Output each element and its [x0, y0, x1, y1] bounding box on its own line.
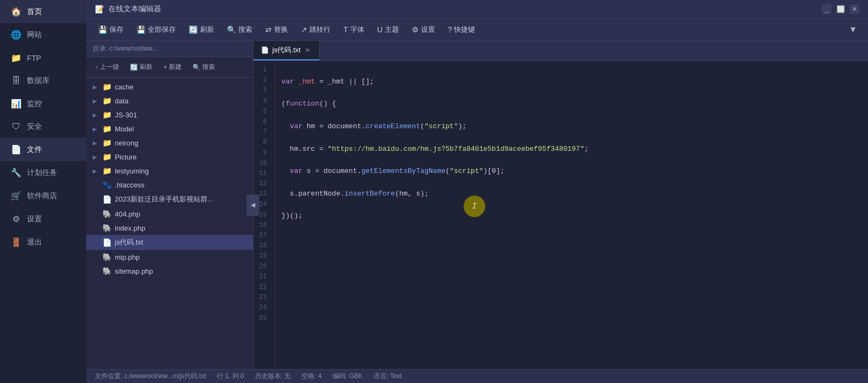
sidebar-item-home[interactable]: 🏠 首页 — [0, 0, 86, 23]
file-name: js代码.txt — [115, 238, 143, 247]
save-icon: 💾 — [98, 25, 107, 34]
tab-js-code[interactable]: 📄 js代码.txt ✕ — [253, 41, 320, 60]
file-refresh-icon: 🔄 — [130, 64, 138, 71]
code-line-10 — [281, 278, 868, 289]
php-file-icon: 🐘 — [102, 210, 112, 218]
folder-icon: 📁 — [102, 96, 112, 105]
editor-area: 📄 js代码.txt ✕ 1 2 3 4 5 6 7 8 — [253, 41, 868, 369]
sidebar-item-settings[interactable]: ⚙ 设置 — [0, 207, 86, 231]
position-status: 行 1, 列 0 — [217, 372, 244, 381]
theme-button[interactable]: U 主题 — [372, 22, 404, 37]
search-button[interactable]: 🔍 搜索 — [222, 22, 258, 37]
editor-window: 📝 在线文本编辑器 _ ⬜ ✕ 💾 保存 💾 全部保存 🔄 刷新 — [86, 0, 868, 383]
code-line-13 — [281, 345, 868, 357]
refresh-button[interactable]: 🔄 刷新 — [183, 22, 219, 37]
list-item[interactable]: 🐾 .htaccess — [86, 178, 253, 192]
store-icon: 🛒 — [11, 191, 22, 201]
list-item[interactable]: 🐘 mip.php — [86, 250, 253, 264]
file-name: JS-301 — [115, 111, 137, 119]
code-line-1: var _hmt = _hmt || []; — [281, 76, 868, 88]
encoding-status: 编码: GBK — [333, 372, 363, 381]
list-item[interactable]: ▶ 📁 neirong — [86, 136, 253, 150]
tab-close-button[interactable]: ✕ — [304, 46, 312, 54]
minimize-button[interactable]: _ — [822, 4, 831, 14]
sidebar-item-monitor[interactable]: 📊 监控 — [0, 92, 86, 115]
sidebar-item-store[interactable]: 🛒 软件商店 — [0, 184, 86, 207]
font-icon: T — [343, 25, 348, 34]
maximize-button[interactable]: ⬜ — [836, 4, 845, 14]
font-button[interactable]: T 字体 — [338, 22, 370, 37]
title-bar: 📝 在线文本编辑器 _ ⬜ ✕ — [86, 0, 868, 19]
list-item[interactable]: 🐘 404.php — [86, 207, 253, 221]
sidebar-item-security[interactable]: 🛡 安全 — [0, 115, 86, 138]
sidebar-item-files[interactable]: 📄 文件 — [0, 138, 86, 161]
new-icon: + — [163, 64, 167, 71]
code-line-8 — [281, 233, 868, 245]
website-icon: 🌐 — [11, 30, 22, 40]
list-item[interactable]: ▶ 📁 Picture — [86, 150, 253, 164]
hotkeys-button[interactable]: ? 快捷键 — [443, 22, 481, 37]
file-name: Picture — [115, 153, 136, 161]
code-line-11 — [281, 301, 868, 312]
sidebar-item-database[interactable]: 🗄 数据库 — [0, 69, 86, 92]
editor-title-icon: 📝 — [95, 5, 104, 13]
file-name: cache — [115, 83, 134, 91]
code-text[interactable]: var _hmt = _hmt || []; (function() { var… — [275, 61, 868, 369]
history-status: 历史版本: 无 — [255, 372, 291, 381]
list-item[interactable]: ▶ 📁 JS-301 — [86, 108, 253, 122]
settings-btn-icon: ⚙ — [412, 25, 419, 34]
folder-icon: 📁 — [102, 138, 112, 147]
language-status: 语言: Text — [374, 372, 402, 381]
sidebar-item-tasks[interactable]: 🔧 计划任务 — [0, 161, 86, 184]
chevron-right-icon: ▶ — [93, 168, 99, 174]
code-line-3: var hm = document.createElement("script"… — [281, 121, 868, 133]
list-item[interactable]: ▶ 📁 data — [86, 94, 253, 108]
file-search-button[interactable]: 🔍 搜索 — [188, 60, 219, 74]
new-file-button[interactable]: + 新建 — [159, 60, 186, 74]
refresh-icon: 🔄 — [189, 25, 198, 34]
folder-icon: 📁 — [102, 82, 112, 91]
close-button[interactable]: ✕ — [850, 4, 859, 14]
goto-icon: ↗ — [301, 25, 307, 34]
status-bar: 文件位置: c:/wwwroot/ww...m/js代码.txt 行 1, 列 … — [86, 369, 868, 383]
settings-button[interactable]: ⚙ 设置 — [407, 22, 440, 37]
settings-icon: ⚙ — [11, 214, 22, 224]
list-item[interactable]: 📄 2023新款泛目录手机影视站群... — [86, 192, 253, 207]
logout-icon: 🚪 — [11, 237, 22, 247]
list-item[interactable]: ▶ 📁 cache — [86, 80, 253, 94]
editor-tabs: 📄 js代码.txt ✕ — [253, 41, 868, 61]
code-line-9 — [281, 256, 868, 267]
tab-label: js代码.txt — [272, 45, 301, 55]
chevron-right-icon: ▶ — [93, 112, 99, 118]
list-item[interactable]: ▶ 📁 testyuming — [86, 164, 253, 178]
up-icon: ↑ — [95, 64, 98, 71]
sidebar-item-website[interactable]: 🌐 网站 — [0, 23, 86, 46]
chevron-right-icon: ▶ — [93, 126, 99, 132]
code-editor[interactable]: 1 2 3 4 5 6 7 8 9 10 11 12 13 14 — [253, 61, 868, 369]
code-line-5: var s = document.getElementsByTagName("s… — [281, 166, 868, 177]
folder-icon: 📁 — [102, 166, 112, 175]
list-item[interactable]: 🐘 sitemap.php — [86, 264, 253, 278]
file-panel: 目录: c:/wwwroot/ww... ↑ 上一级 🔄 刷新 + 新建 — [86, 41, 253, 369]
php-file-icon: 🐘 — [102, 267, 112, 275]
file-refresh-button[interactable]: 🔄 刷新 — [126, 60, 157, 74]
replace-button[interactable]: ⇄ 替换 — [260, 22, 293, 37]
goto-button[interactable]: ↗ 跳转行 — [295, 22, 336, 37]
panel-collapse-button[interactable]: ◀ — [246, 194, 259, 216]
folder-icon: 📁 — [102, 152, 112, 161]
save-all-button[interactable]: 💾 全部保存 — [131, 22, 181, 37]
theme-icon: U — [377, 25, 383, 34]
file-name: .htaccess — [115, 181, 144, 189]
code-line-4: hm.src = "https://hm.baidu.com/hm.js?5b7… — [281, 144, 868, 155]
list-item[interactable]: 📄 js代码.txt — [86, 235, 253, 250]
list-item[interactable]: ▶ 📁 Model — [86, 122, 253, 136]
sidebar-item-logout[interactable]: 🚪 退出 — [0, 231, 86, 254]
folder-icon: 📁 — [102, 110, 112, 119]
list-item[interactable]: 🐘 index.php — [86, 221, 253, 235]
file-name: sitemap.php — [115, 267, 153, 275]
toolbar-dropdown-button[interactable]: ▼ — [844, 23, 862, 37]
sidebar-item-ftp[interactable]: 📁 FTP — [0, 46, 86, 69]
save-button[interactable]: 💾 保存 — [93, 22, 129, 37]
spaces-status: 空格: 4 — [301, 372, 321, 381]
up-level-button[interactable]: ↑ 上一级 — [91, 60, 123, 74]
